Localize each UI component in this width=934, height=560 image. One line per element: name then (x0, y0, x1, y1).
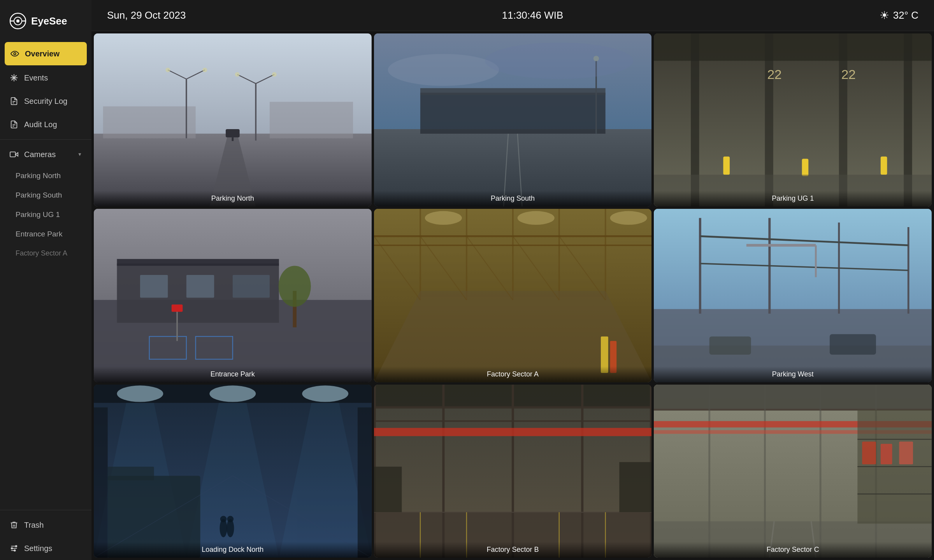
svg-point-107 (117, 385, 163, 402)
svg-point-18 (11, 548, 13, 549)
events-label: Events (24, 74, 48, 82)
svg-point-19 (16, 546, 17, 547)
camera-feed-parking-north (94, 33, 372, 206)
svg-rect-157 (899, 441, 913, 464)
camera-label-parking-ug1: Parking UG 1 (654, 191, 932, 206)
parking-ug1-label: Parking UG 1 (16, 210, 60, 219)
camera-tile-parking-south[interactable]: Parking South (374, 33, 652, 206)
camera-tile-parking-west[interactable]: Parking West (654, 209, 932, 382)
sidebar-item-events[interactable]: Events (0, 66, 91, 89)
camera-label-loading-dock-north: Loading Dock North (94, 542, 372, 558)
svg-rect-14 (10, 152, 16, 157)
document-icon (9, 96, 19, 106)
camera-label-factory-sector-a: Factory Sector A (374, 366, 652, 382)
camera-feed-loading-dock-north (94, 385, 372, 558)
camera-tile-loading-dock-north[interactable]: Loading Dock North (94, 385, 372, 558)
svg-point-5 (14, 52, 16, 55)
sidebar: EyeSee Overview Events (0, 0, 91, 560)
camera-label-factory-sector-b: Factory Sector B (374, 542, 652, 558)
svg-rect-55 (802, 159, 809, 176)
topbar-time: 11:30:46 WIB (502, 9, 564, 21)
svg-rect-66 (233, 275, 270, 298)
sidebar-item-entrance-park[interactable]: Entrance Park (0, 224, 91, 244)
svg-point-109 (302, 385, 348, 402)
topbar-temperature: 32° C (893, 9, 918, 21)
factory-sector-a-label: Factory Sector A (16, 249, 67, 257)
camera-grid: Parking North (91, 31, 934, 560)
topbar: Sun, 29 Oct 2023 11:30:46 WIB ☀ 32° C (91, 0, 934, 31)
camera-tile-factory-sector-c[interactable]: Factory Sector C (654, 385, 932, 558)
topbar-weather: ☀ 32° C (880, 9, 918, 22)
svg-rect-114 (358, 407, 372, 558)
svg-point-2 (16, 19, 19, 23)
camera-tile-factory-sector-b[interactable]: Factory Sector B (374, 385, 652, 558)
sidebar-item-audit-log[interactable]: Audit Log (0, 113, 91, 136)
svg-rect-56 (881, 156, 887, 175)
camera-label-entrance-park: Entrance Park (94, 366, 372, 382)
weather-sun-icon: ☀ (880, 9, 889, 22)
asterisk-icon (9, 73, 19, 82)
sidebar-item-security-log[interactable]: Security Log (0, 89, 91, 113)
svg-rect-64 (140, 275, 168, 298)
sidebar-item-factory-sector-a[interactable]: Factory Sector A (0, 244, 91, 263)
sidebar-item-parking-ug1[interactable]: Parking UG 1 (0, 205, 91, 224)
svg-rect-136 (619, 462, 651, 512)
sidebar-item-overview[interactable]: Overview (5, 42, 87, 65)
camera-label-parking-north: Parking North (94, 191, 372, 206)
sidebar-divider-1 (0, 139, 91, 140)
camera-feed-entrance-park (94, 209, 372, 382)
svg-rect-116 (108, 467, 154, 480)
svg-rect-63 (117, 259, 279, 266)
settings-label: Settings (24, 544, 52, 553)
app-name: EyeSee (31, 15, 67, 27)
parking-north-label: Parking North (16, 172, 61, 180)
sidebar-item-trash[interactable]: Trash (0, 513, 91, 537)
camera-feed-parking-ug1: 22 22 (654, 33, 932, 206)
camera-tile-factory-sector-a[interactable]: Factory Sector A (374, 209, 652, 382)
sidebar-divider-2 (0, 510, 91, 510)
svg-rect-132 (374, 428, 652, 436)
svg-point-90 (517, 211, 554, 225)
svg-rect-72 (172, 304, 183, 312)
camera-tile-entrance-park[interactable]: Entrance Park (94, 209, 372, 382)
cameras-label: Cameras (24, 150, 56, 159)
security-log-label: Security Log (24, 97, 67, 106)
svg-rect-104 (830, 334, 876, 355)
svg-rect-54 (723, 156, 730, 175)
sidebar-item-parking-north[interactable]: Parking North (0, 166, 91, 186)
svg-rect-36 (226, 129, 240, 137)
svg-text:22: 22 (841, 67, 856, 82)
logo-area: EyeSee (0, 0, 91, 41)
overview-label: Overview (25, 49, 60, 58)
eye-icon (10, 49, 19, 58)
svg-point-122 (227, 516, 234, 522)
sidebar-item-settings[interactable]: Settings (0, 537, 91, 560)
camera-label-factory-sector-c: Factory Sector C (654, 542, 932, 558)
svg-rect-155 (862, 441, 876, 464)
svg-point-45 (485, 42, 633, 79)
chevron-down-icon: ▼ (77, 152, 82, 157)
camera-tile-parking-ug1[interactable]: 22 22 Parking UG 1 (654, 33, 932, 206)
audit-log-label: Audit Log (24, 120, 57, 129)
camera-feed-factory-sector-c (654, 385, 932, 558)
camera-feed-parking-south (374, 33, 652, 206)
svg-point-33 (272, 72, 277, 77)
svg-point-44 (388, 54, 499, 86)
svg-point-89 (425, 211, 462, 225)
trash-label: Trash (24, 521, 44, 530)
svg-point-28 (203, 68, 207, 72)
svg-text:22: 22 (767, 67, 782, 82)
svg-rect-23 (103, 107, 196, 138)
sidebar-cameras-toggle[interactable]: Cameras ▼ (0, 143, 91, 166)
camera-feed-factory-sector-a (374, 209, 652, 382)
svg-point-68 (279, 266, 311, 307)
settings-icon (9, 544, 19, 553)
trash-icon (9, 520, 19, 530)
sidebar-item-parking-south[interactable]: Parking South (0, 186, 91, 205)
camera-tile-parking-north[interactable]: Parking North (94, 33, 372, 206)
main-content: Sun, 29 Oct 2023 11:30:46 WIB ☀ 32° C (91, 0, 934, 560)
camera-label-parking-south: Parking South (374, 191, 652, 206)
camera-label-parking-west: Parking West (654, 366, 932, 382)
eyesee-logo-icon (9, 12, 26, 30)
svg-rect-142 (654, 385, 932, 410)
